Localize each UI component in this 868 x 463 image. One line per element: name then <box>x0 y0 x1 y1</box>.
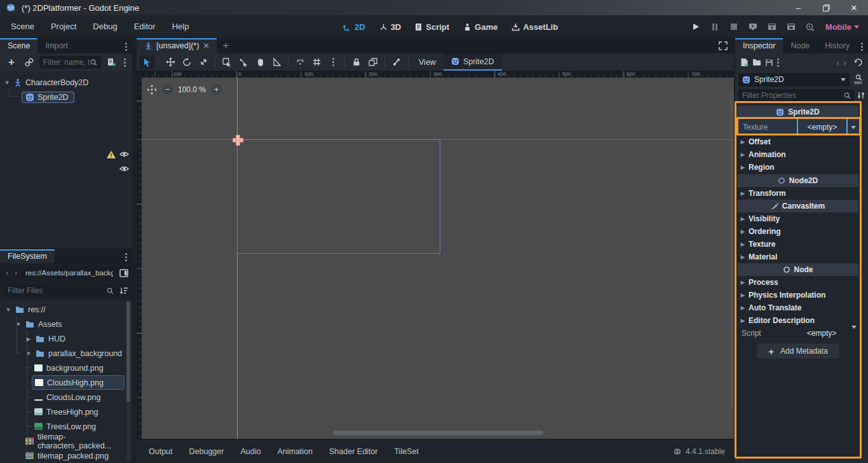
expand-icon[interactable]: ▶ <box>25 336 32 342</box>
tree-node-sprite2d[interactable]: Sprite2D <box>22 90 74 104</box>
bottom-tab-shader-editor[interactable]: Shader Editor <box>323 445 383 459</box>
texture-dropdown-button[interactable] <box>848 119 858 135</box>
bottom-tab-animation[interactable]: Animation <box>271 445 318 459</box>
history-back-icon[interactable]: ‹ <box>836 57 839 68</box>
add-node-button[interactable]: + <box>4 55 19 69</box>
open-docs-icon[interactable]: DOC <box>852 74 865 85</box>
bottom-tab-tileset[interactable]: TileSet <box>388 445 424 459</box>
play-button[interactable] <box>688 19 703 34</box>
play-custom-scene-button[interactable] <box>783 19 799 34</box>
warning-icon[interactable] <box>107 151 116 158</box>
tab-node[interactable]: Node <box>783 38 817 53</box>
fs-item-parallax-background[interactable]: ▼ parallax_background <box>25 346 122 361</box>
canvas-viewport[interactable]: − 100.0 % + <box>142 78 734 439</box>
fs-item-hud[interactable]: ▶ HUD <box>25 331 65 346</box>
pause-button[interactable] <box>707 19 722 34</box>
section-transform[interactable]: ▶Transform <box>737 187 858 200</box>
fs-item-cloudslow-png[interactable]: CloudsLow.png <box>34 390 100 404</box>
menu-scene[interactable]: Scene <box>3 15 43 38</box>
bottom-tab-debugger[interactable]: Debugger <box>184 445 230 459</box>
object-history-icon[interactable] <box>854 58 863 67</box>
pan-mode-button[interactable] <box>252 55 268 69</box>
sprite2d-context-button[interactable]: Sprite2D <box>444 53 502 71</box>
scale-mode-button[interactable] <box>196 55 211 69</box>
collapse-icon[interactable]: ▼ <box>4 79 10 86</box>
lock-node-button[interactable] <box>349 55 364 69</box>
expand-viewport-icon[interactable] <box>719 41 728 50</box>
filesystem-path-input[interactable] <box>25 269 113 277</box>
tab-scene[interactable]: Scene <box>0 38 37 53</box>
restore-button[interactable] <box>812 0 840 15</box>
texture-value-dropdown[interactable]: <empty> <box>798 119 846 135</box>
run-profile-selector[interactable]: Mobile <box>822 22 863 32</box>
workspace-game[interactable]: Game <box>459 22 502 32</box>
zoom-level[interactable]: 100.0 % <box>178 85 206 94</box>
workspace-assetlib[interactable]: AssetLib <box>507 22 562 32</box>
property-tools-icon[interactable] <box>857 92 865 99</box>
toggle-split-mode-icon[interactable] <box>119 269 128 277</box>
menu-editor[interactable]: Editor <box>126 15 164 38</box>
fs-item-tilemap-packed[interactable]: tilemap_packed.png <box>25 448 109 463</box>
nav-back-icon[interactable]: ‹ <box>4 268 10 277</box>
section-ordering[interactable]: ▶Ordering <box>737 225 858 238</box>
section-visibility[interactable]: ▶Visibility <box>737 212 858 225</box>
category-node[interactable]: Node <box>737 263 858 276</box>
dock-menu-icon[interactable] <box>861 43 863 51</box>
tab-history[interactable]: History <box>817 38 857 53</box>
property-texture-row[interactable]: Texture <empty> <box>737 119 858 135</box>
resource-menu-icon[interactable] <box>777 59 779 67</box>
skeleton-options-button[interactable] <box>389 55 404 69</box>
category-sprite2d[interactable]: Sprite2D <box>737 106 858 118</box>
menu-debug[interactable]: Debug <box>85 15 125 38</box>
rotate-mode-button[interactable] <box>179 55 194 69</box>
collapse-icon[interactable]: ▼ <box>5 307 11 313</box>
list-select-button[interactable] <box>219 55 234 69</box>
tab-unsaved-scene[interactable]: [unsaved](*) ✕ <box>137 38 217 53</box>
section-region[interactable]: ▶Region <box>737 161 858 174</box>
minimize-button[interactable]: – <box>784 0 812 15</box>
sort-files-icon[interactable] <box>120 287 128 294</box>
fs-item-assets[interactable]: ▼ Assets <box>15 317 62 331</box>
instance-scene-button[interactable] <box>22 55 37 69</box>
scene-tree-menu-icon[interactable] <box>124 59 126 67</box>
close-tab-icon[interactable]: ✕ <box>203 41 209 50</box>
scene-filter-input[interactable] <box>43 58 90 67</box>
move-mode-button[interactable] <box>163 55 178 69</box>
center-view-icon[interactable] <box>147 85 157 95</box>
category-canvasitem[interactable]: CanvasItem <box>737 200 858 212</box>
dock-menu-icon[interactable] <box>125 253 127 261</box>
workspace-3d[interactable]: 3D <box>375 22 406 32</box>
section-auto-translate[interactable]: ▶Auto Translate <box>737 301 858 314</box>
inspector-filter-input[interactable] <box>742 91 844 100</box>
version-info[interactable]: 4.4.1.stable <box>673 447 725 456</box>
tab-import[interactable]: Import <box>37 38 75 53</box>
play-scene-button[interactable] <box>764 19 780 34</box>
ruler-mode-button[interactable] <box>269 55 284 69</box>
zoom-out-button[interactable]: − <box>162 84 173 95</box>
fs-item-background-png[interactable]: background.png <box>34 361 104 375</box>
section-texture[interactable]: ▶Texture <box>737 238 858 251</box>
section-animation[interactable]: ▶Animation <box>737 148 858 161</box>
tab-inspector[interactable]: Inspector <box>735 38 783 53</box>
collapse-icon[interactable]: ▼ <box>15 321 22 328</box>
node-selector-dropdown[interactable]: Sprite2D <box>738 73 850 86</box>
history-forward-icon[interactable]: › <box>843 57 846 68</box>
canvas-hscrollbar[interactable] <box>334 431 543 435</box>
menu-project[interactable]: Project <box>43 15 85 38</box>
close-button[interactable]: ✕ <box>840 0 868 15</box>
visibility-icon[interactable] <box>119 150 129 158</box>
menu-help[interactable]: Help <box>164 15 198 38</box>
snap-options-icon[interactable] <box>325 55 341 69</box>
dock-menu-icon[interactable] <box>125 43 127 51</box>
visibility-icon[interactable] <box>119 165 129 173</box>
add-metadata-button[interactable]: + Add Metadata <box>757 343 839 359</box>
tab-filesystem[interactable]: FileSystem <box>0 249 55 263</box>
bottom-tab-output[interactable]: Output <box>143 445 179 459</box>
smart-snap-button[interactable] <box>292 55 308 69</box>
section-physics-interpolation[interactable]: ▶Physics Interpolation <box>737 289 858 301</box>
section-material[interactable]: ▶Material <box>737 251 858 263</box>
filesystem-filter-input[interactable] <box>8 286 107 295</box>
select-mode-button[interactable] <box>139 55 154 69</box>
select-pivot-button[interactable] <box>236 55 251 69</box>
stop-button[interactable] <box>726 19 742 34</box>
